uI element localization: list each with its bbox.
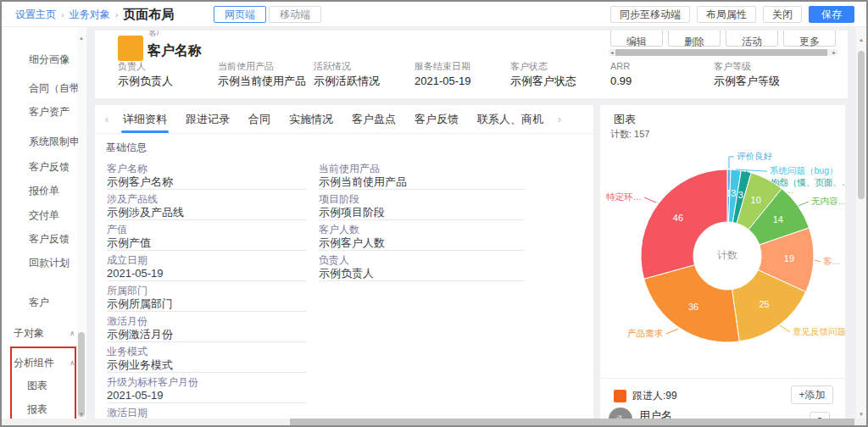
header-field-label: 负责人 bbox=[118, 61, 173, 72]
form-field[interactable]: 涉及产品线示例涉及产品线 bbox=[107, 193, 307, 220]
sidebar-item[interactable]: 报价单 bbox=[29, 185, 59, 197]
header-hscroll-thumb[interactable] bbox=[615, 49, 827, 56]
breadcrumb-item: 页面布局 bbox=[123, 7, 174, 23]
sidebar-item[interactable]: 细分画像 bbox=[29, 53, 70, 65]
sidebar-group-header[interactable]: 子对象∧ bbox=[14, 326, 75, 341]
sidebar-scrollbar-thumb[interactable] bbox=[78, 332, 85, 417]
scroll-up-icon[interactable]: ▲ bbox=[856, 36, 866, 44]
sidebar-group-label: 分析组件 bbox=[14, 356, 54, 370]
header-action-button[interactable]: 删除 bbox=[668, 30, 721, 47]
tab-item[interactable]: 客户反馈 bbox=[415, 105, 459, 134]
scroll-up-icon[interactable]: ▲ bbox=[76, 34, 86, 42]
form-field-label: 产值 bbox=[107, 224, 307, 236]
form-field-label: 所属部门 bbox=[107, 285, 307, 297]
form-field[interactable]: 所属部门示例所属部门 bbox=[107, 285, 307, 312]
pie-label: 无内容… bbox=[811, 196, 845, 206]
pie-label: 抱怨（慢、页面、… bbox=[771, 177, 845, 187]
header-field: 活跃情况示例活跃情况 bbox=[314, 61, 380, 88]
collapse-up-icon[interactable]: ∧ bbox=[70, 359, 75, 367]
sidebar-item[interactable]: 客户资产 bbox=[29, 106, 70, 118]
header-field-label: 活跃情况 bbox=[314, 61, 380, 72]
form-field[interactable]: 升级为标杆客户月份2021-05-19 bbox=[107, 376, 307, 403]
header-action-button[interactable]: 活动 bbox=[726, 30, 778, 47]
page-vscroll-thumb[interactable] bbox=[858, 51, 865, 199]
form-field-label: 业务模式 bbox=[107, 346, 307, 358]
follower-icon bbox=[614, 390, 626, 402]
sidebar-item[interactable]: 回款计划 bbox=[29, 257, 70, 269]
chevron-left-icon[interactable]: ‹ bbox=[105, 114, 108, 125]
view-toggle: 网页端移动端 bbox=[214, 6, 321, 23]
view-toggle-web[interactable]: 网页端 bbox=[214, 6, 266, 23]
breadcrumb-item[interactable]: 设置主页 bbox=[15, 8, 56, 22]
form-field[interactable]: 客户名称示例客户名称 bbox=[107, 163, 307, 190]
form-field[interactable]: 负责人示例负责人 bbox=[319, 254, 525, 281]
scroll-right-icon[interactable]: ► bbox=[831, 49, 837, 56]
sidebar-item[interactable]: 客户反馈 bbox=[29, 161, 70, 173]
form-field[interactable]: 激活日期2021-05-19 bbox=[107, 407, 307, 419]
form-field-label: 激活日期 bbox=[107, 407, 307, 419]
chart-panel-title: 图表 bbox=[614, 112, 636, 127]
pie-label: 意见反馈问题 bbox=[793, 326, 845, 336]
scroll-left-icon[interactable]: ◄ bbox=[609, 49, 615, 56]
breadcrumb: 设置主页›业务对象›页面布局 bbox=[15, 2, 174, 27]
pie-slice bbox=[641, 169, 727, 279]
add-follower-button[interactable]: +添加 bbox=[791, 385, 833, 404]
save-button[interactable]: 保存 bbox=[809, 6, 854, 23]
form-field-value: 示例负责人 bbox=[319, 267, 525, 281]
header-action-button[interactable]: 编辑 bbox=[610, 30, 663, 47]
view-toggle-mobile[interactable]: 移动端 bbox=[269, 6, 321, 23]
form-field-value: 示例业务模式 bbox=[107, 358, 307, 373]
chevron-right-icon[interactable]: › bbox=[558, 114, 561, 125]
page-vertical-scrollbar[interactable]: ▲ ▼ bbox=[856, 27, 866, 419]
header-action-button[interactable]: 更多 bbox=[783, 30, 836, 47]
form-field-label: 客户人数 bbox=[319, 224, 525, 236]
scroll-down-icon[interactable]: ▼ bbox=[76, 410, 86, 419]
sidebar-subitem[interactable]: 报表 bbox=[27, 402, 47, 417]
tab-item[interactable]: 跟进记录 bbox=[186, 105, 230, 134]
page-horizontal-scrollbar[interactable] bbox=[2, 419, 856, 425]
pie-label-leader bbox=[815, 260, 821, 262]
donut-chart[interactable]: 评价良好1系统问题（bug）3抱怨（慢、页面、…3…10无内容…14客…19意见… bbox=[600, 137, 845, 391]
sidebar-item[interactable]: 交付单 bbox=[29, 209, 59, 221]
form-field[interactable]: 项目阶段示例项目阶段 bbox=[319, 193, 525, 220]
form-field[interactable]: 当前使用产品示例当前使用产品 bbox=[319, 163, 525, 190]
header-horizontal-scrollbar[interactable]: ◄► bbox=[609, 49, 837, 56]
form-field[interactable]: 客户人数示例客户人数 bbox=[319, 224, 525, 251]
sidebar-item[interactable]: 合同（自带） bbox=[29, 82, 78, 94]
header-field-value: 示例当前使用产品 bbox=[218, 75, 306, 88]
tab-item[interactable]: 详细资料 bbox=[123, 105, 167, 134]
page-hscroll-thumb[interactable] bbox=[290, 419, 854, 425]
sidebar-subitem[interactable]: 图表 bbox=[27, 379, 47, 393]
tab-item[interactable]: 联系人、商机 bbox=[477, 105, 543, 134]
pie-center-label: 计数 bbox=[717, 249, 737, 261]
tab-item[interactable]: 合同 bbox=[248, 105, 270, 134]
topbar-action-button[interactable]: 布局属性 bbox=[697, 6, 756, 23]
form-field[interactable]: 激活月份示例激活月份 bbox=[107, 315, 307, 342]
sidebar-item[interactable]: 系统限制申请明细 bbox=[29, 136, 78, 147]
scroll-down-icon[interactable]: ▼ bbox=[856, 410, 866, 419]
form-field-value: 示例客户人数 bbox=[319, 236, 525, 251]
topbar-action-button[interactable]: 关闭 bbox=[763, 6, 802, 23]
pie-value-label: 10 bbox=[751, 195, 761, 205]
form-field-value: 示例所属部门 bbox=[107, 297, 307, 312]
form-field[interactable]: 产值示例产值 bbox=[107, 224, 307, 251]
follower-label: 跟进人:99 bbox=[632, 390, 677, 402]
pie-label: 产品需求 bbox=[627, 328, 664, 338]
sidebar-group-header[interactable]: 分析组件∧ bbox=[14, 356, 75, 370]
topbar-action-button[interactable]: 同步至移动端 bbox=[610, 6, 690, 23]
header-field-value: 示例客户状态 bbox=[510, 75, 576, 88]
form-field-value: 示例当前使用产品 bbox=[319, 175, 525, 190]
collapse-up-icon[interactable]: ∧ bbox=[70, 330, 75, 337]
sidebar-item[interactable]: 客户 bbox=[29, 297, 49, 308]
form-field-value: 示例客户名称 bbox=[107, 175, 307, 190]
form-field-label: 激活月份 bbox=[107, 315, 307, 328]
sidebar-item[interactable]: 客户反馈 bbox=[29, 233, 70, 245]
breadcrumb-item[interactable]: 业务对象 bbox=[70, 8, 110, 22]
tab-item[interactable]: 实施情况 bbox=[289, 105, 333, 134]
form-field-value: 2021-05-19 bbox=[107, 389, 307, 403]
form-field[interactable]: 成立日期2021-05-19 bbox=[107, 254, 307, 281]
form-field-label: 成立日期 bbox=[107, 254, 307, 267]
tab-item[interactable]: 客户盘点 bbox=[352, 105, 396, 134]
header-field: 服务结束日期2021-05-19 bbox=[415, 61, 471, 88]
form-field[interactable]: 业务模式示例业务模式 bbox=[107, 346, 307, 373]
